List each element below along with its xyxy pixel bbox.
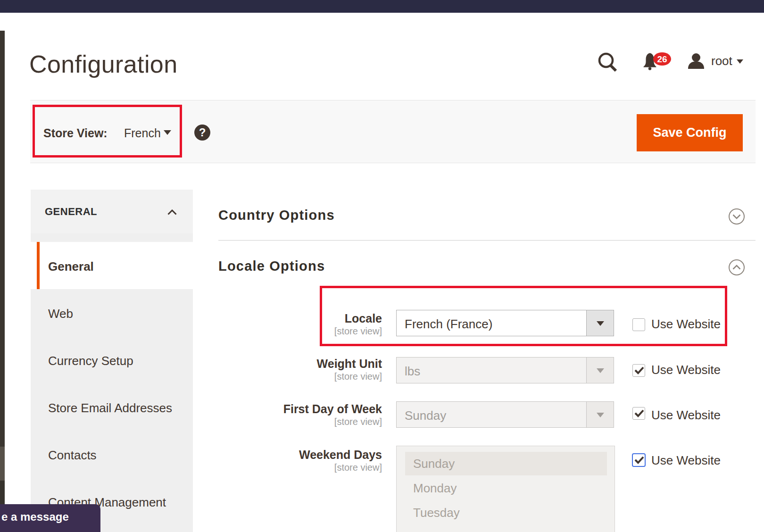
svg-text:root: root: [711, 54, 733, 68]
svg-text:26: 26: [657, 54, 667, 64]
